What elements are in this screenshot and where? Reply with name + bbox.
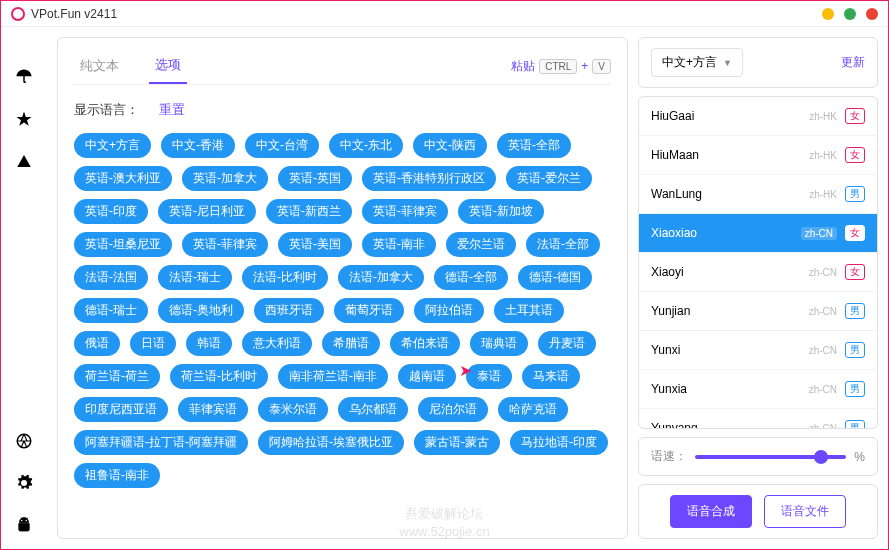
gender-badge: 女 bbox=[845, 264, 865, 280]
minimize-button[interactable] bbox=[822, 8, 834, 20]
language-tag[interactable]: 泰语 bbox=[466, 364, 512, 389]
voice-row[interactable]: HiuMaanzh-HK女 bbox=[639, 136, 877, 175]
voice-row[interactable]: Yunjianzh-CN男 bbox=[639, 292, 877, 331]
language-tag[interactable]: 法语-瑞士 bbox=[158, 265, 232, 290]
language-tag[interactable]: 土耳其语 bbox=[494, 298, 564, 323]
language-tag[interactable]: 英语-美国 bbox=[278, 232, 352, 257]
paste-hint[interactable]: 粘贴 CTRL + V bbox=[511, 58, 611, 75]
language-tag[interactable]: 英语-南非 bbox=[362, 232, 436, 257]
gender-badge: 男 bbox=[845, 186, 865, 202]
locale-dropdown[interactable]: 中文+方言 ▼ bbox=[651, 48, 743, 77]
language-tag[interactable]: 荷兰语-比利时 bbox=[170, 364, 268, 389]
language-tag[interactable]: 英语-加拿大 bbox=[182, 166, 268, 191]
voice-locale: zh-CN bbox=[809, 345, 837, 356]
voice-row[interactable]: Yunxiazh-CN男 bbox=[639, 370, 877, 409]
paste-label: 粘贴 bbox=[511, 58, 535, 75]
language-tag[interactable]: 德语-全部 bbox=[434, 265, 508, 290]
window-controls bbox=[822, 8, 878, 20]
tab-plaintext[interactable]: 纯文本 bbox=[74, 49, 125, 83]
file-button[interactable]: 语音文件 bbox=[764, 495, 846, 528]
language-tag[interactable]: 英语-坦桑尼亚 bbox=[74, 232, 172, 257]
speed-label: 语速： bbox=[651, 448, 687, 465]
aperture-icon[interactable] bbox=[14, 431, 34, 451]
language-tag[interactable]: 中文-东北 bbox=[329, 133, 403, 158]
language-tag[interactable]: 英语-印度 bbox=[74, 199, 148, 224]
voice-row[interactable]: HiuGaaizh-HK女 bbox=[639, 97, 877, 136]
language-tag[interactable]: 德语-德国 bbox=[518, 265, 592, 290]
language-tag[interactable]: 希腊语 bbox=[322, 331, 380, 356]
language-tag[interactable]: 哈萨克语 bbox=[498, 397, 568, 422]
umbrella-icon[interactable] bbox=[14, 67, 34, 87]
language-tag[interactable]: 西班牙语 bbox=[254, 298, 324, 323]
language-tag[interactable]: 阿拉伯语 bbox=[414, 298, 484, 323]
triangle-icon[interactable] bbox=[14, 151, 34, 171]
language-tag[interactable]: 希伯来语 bbox=[390, 331, 460, 356]
language-tag[interactable]: 英语-菲律宾 bbox=[362, 199, 448, 224]
voice-name: WanLung bbox=[651, 187, 809, 201]
language-tag[interactable]: 英语-新西兰 bbox=[266, 199, 352, 224]
language-tag[interactable]: 英语-香港特别行政区 bbox=[362, 166, 496, 191]
gender-badge: 女 bbox=[845, 108, 865, 124]
language-tag[interactable]: 中文-香港 bbox=[161, 133, 235, 158]
language-tag[interactable]: 阿姆哈拉语-埃塞俄比亚 bbox=[258, 430, 404, 455]
language-tag[interactable]: 爱尔兰语 bbox=[446, 232, 516, 257]
language-tag[interactable]: 瑞典语 bbox=[470, 331, 528, 356]
tab-options[interactable]: 选项 bbox=[149, 48, 187, 84]
right-panel: 中文+方言 ▼ 更新 HiuGaaizh-HK女HiuMaanzh-HK女Wan… bbox=[638, 37, 878, 539]
language-tag[interactable]: 菲律宾语 bbox=[178, 397, 248, 422]
android-icon[interactable] bbox=[14, 515, 34, 535]
language-tag[interactable]: 泰米尔语 bbox=[258, 397, 328, 422]
language-tag[interactable]: 丹麦语 bbox=[538, 331, 596, 356]
voice-row[interactable]: Xiaoyizh-CN女 bbox=[639, 253, 877, 292]
language-tag[interactable]: 法语-法国 bbox=[74, 265, 148, 290]
language-tag[interactable]: 马来语 bbox=[522, 364, 580, 389]
voice-row[interactable]: Yunxizh-CN男 bbox=[639, 331, 877, 370]
language-tag[interactable]: 尼泊尔语 bbox=[418, 397, 488, 422]
language-tag[interactable]: 英语-爱尔兰 bbox=[506, 166, 592, 191]
close-button[interactable] bbox=[866, 8, 878, 20]
voice-row[interactable]: WanLungzh-HK男 bbox=[639, 175, 877, 214]
language-tag[interactable]: 英语-英国 bbox=[278, 166, 352, 191]
language-tag[interactable]: 德语-奥地利 bbox=[158, 298, 244, 323]
language-tag[interactable]: 祖鲁语-南非 bbox=[74, 463, 160, 488]
maximize-button[interactable] bbox=[844, 8, 856, 20]
synth-button[interactable]: 语音合成 bbox=[670, 495, 752, 528]
language-tag[interactable]: 印度尼西亚语 bbox=[74, 397, 168, 422]
update-link[interactable]: 更新 bbox=[841, 54, 865, 71]
language-tag[interactable]: 德语-瑞士 bbox=[74, 298, 148, 323]
language-tag[interactable]: 阿塞拜疆语-拉丁语-阿塞拜疆 bbox=[74, 430, 248, 455]
language-tag[interactable]: 英语-全部 bbox=[497, 133, 571, 158]
language-tag[interactable]: 马拉地语-印度 bbox=[510, 430, 608, 455]
language-tag[interactable]: 英语-澳大利亚 bbox=[74, 166, 172, 191]
language-tag[interactable]: 法语-加拿大 bbox=[338, 265, 424, 290]
language-tag[interactable]: 葡萄牙语 bbox=[334, 298, 404, 323]
language-tag[interactable]: 法语-全部 bbox=[526, 232, 600, 257]
lang-reset[interactable]: 重置 bbox=[159, 101, 185, 119]
language-tag[interactable]: 英语-新加坡 bbox=[458, 199, 544, 224]
gender-badge: 女 bbox=[845, 147, 865, 163]
voice-row[interactable]: Xiaoxiaozh-CN女 bbox=[639, 214, 877, 253]
language-tag[interactable]: 中文-台湾 bbox=[245, 133, 319, 158]
slider-thumb[interactable] bbox=[814, 450, 828, 464]
language-tag[interactable]: 英语-菲律宾 bbox=[182, 232, 268, 257]
voice-list[interactable]: HiuGaaizh-HK女HiuMaanzh-HK女WanLungzh-HK男X… bbox=[638, 96, 878, 429]
speed-slider[interactable] bbox=[695, 455, 846, 459]
gear-icon[interactable] bbox=[14, 473, 34, 493]
star-icon[interactable] bbox=[14, 109, 34, 129]
language-tag[interactable]: 南非荷兰语-南非 bbox=[278, 364, 388, 389]
language-tag[interactable]: 荷兰语-荷兰 bbox=[74, 364, 160, 389]
language-tag[interactable]: 法语-比利时 bbox=[242, 265, 328, 290]
language-tag[interactable]: 韩语 bbox=[186, 331, 232, 356]
lang-header: 显示语言： 重置 bbox=[74, 85, 611, 133]
voice-locale: zh-HK bbox=[809, 189, 837, 200]
language-tag[interactable]: 越南语 bbox=[398, 364, 456, 389]
language-tag[interactable]: 中文+方言 bbox=[74, 133, 151, 158]
language-tag[interactable]: 中文-陕西 bbox=[413, 133, 487, 158]
language-tag[interactable]: 乌尔都语 bbox=[338, 397, 408, 422]
voice-row[interactable]: Yunyangzh-CN男 bbox=[639, 409, 877, 429]
language-tag[interactable]: 蒙古语-蒙古 bbox=[414, 430, 500, 455]
language-tag[interactable]: 英语-尼日利亚 bbox=[158, 199, 256, 224]
language-tag[interactable]: 意大利语 bbox=[242, 331, 312, 356]
language-tag[interactable]: 日语 bbox=[130, 331, 176, 356]
language-tag[interactable]: 俄语 bbox=[74, 331, 120, 356]
